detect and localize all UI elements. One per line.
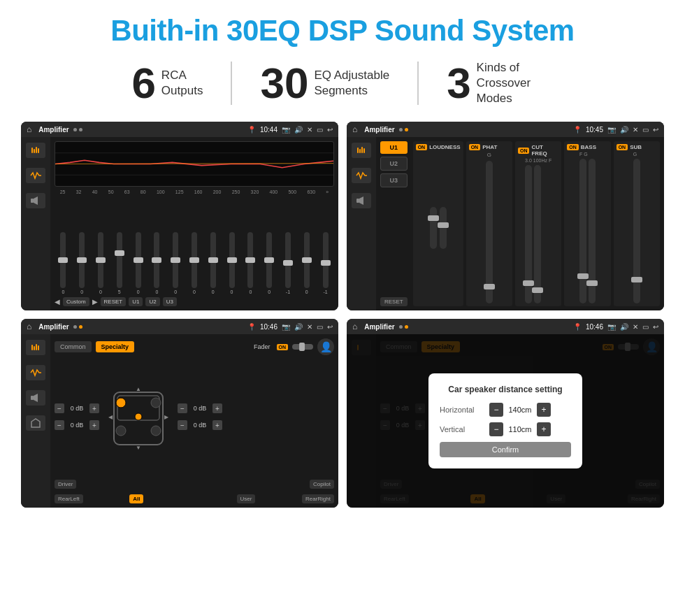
- fader-slider[interactable]: [292, 344, 313, 350]
- wave-icon[interactable]: [26, 168, 45, 183]
- slider-9[interactable]: 0: [204, 232, 222, 294]
- person-icon[interactable]: 👤: [317, 338, 334, 355]
- rearleft-btn[interactable]: RearLeft: [55, 494, 83, 503]
- copilot-btn[interactable]: Copilot: [310, 480, 334, 489]
- left-top-plus[interactable]: +: [89, 403, 99, 413]
- amp-wave-icon[interactable]: [352, 168, 371, 183]
- u3-btn[interactable]: U3: [380, 173, 408, 187]
- cross-volume-icon: 🔊: [294, 323, 303, 331]
- reset-button[interactable]: RESET: [101, 297, 127, 306]
- left-bottom-minus[interactable]: −: [55, 420, 64, 430]
- u3-button[interactable]: U3: [163, 297, 177, 306]
- horizontal-minus[interactable]: −: [489, 403, 503, 417]
- freq-50: 50: [108, 189, 114, 194]
- slider-11[interactable]: 0: [242, 232, 259, 294]
- svg-rect-20: [31, 396, 34, 400]
- svg-marker-5: [34, 196, 38, 205]
- slider-13[interactable]: -1: [280, 232, 297, 294]
- eq-sliders: 0 0 0 5 0 0 0 0 0 0 0 0 -1 0 -1: [55, 197, 334, 294]
- dlg-home-icon[interactable]: ⌂: [352, 322, 357, 331]
- rearright-btn[interactable]: RearRight: [302, 494, 334, 503]
- slider-7[interactable]: 0: [167, 232, 185, 294]
- left-bottom-plus[interactable]: +: [89, 420, 99, 430]
- svg-point-27: [116, 426, 126, 436]
- cross-wave-icon[interactable]: [26, 365, 45, 380]
- prev-button[interactable]: ◀: [55, 298, 60, 306]
- eq-bottom-bar: ◀ Custom ▶ RESET U1 U2 U3: [55, 297, 334, 306]
- next-button[interactable]: ▶: [92, 298, 98, 306]
- vertical-plus[interactable]: +: [537, 422, 551, 436]
- dlg-back-icon[interactable]: ↩: [653, 323, 658, 331]
- amp-eq-icon[interactable]: [352, 143, 371, 158]
- cross-sidebar: [21, 334, 50, 508]
- freq-400: 400: [270, 189, 278, 194]
- amp-speaker-icon[interactable]: [352, 193, 371, 208]
- fader-on-badge[interactable]: ON: [277, 344, 289, 350]
- slider-4[interactable]: 5: [110, 232, 128, 294]
- left-top-minus[interactable]: −: [55, 403, 64, 413]
- driver-btn[interactable]: Driver: [55, 480, 76, 489]
- loudness-panel: ONLOUDNESS: [413, 141, 463, 306]
- custom-button[interactable]: Custom: [63, 297, 89, 306]
- back-icon[interactable]: ↩: [327, 126, 333, 134]
- vertical-minus[interactable]: −: [489, 422, 503, 436]
- right-bottom-plus[interactable]: +: [212, 420, 222, 430]
- slider-5[interactable]: 0: [129, 232, 147, 294]
- slider-8[interactable]: 0: [186, 232, 203, 294]
- svg-marker-15: [359, 196, 363, 205]
- user-btn[interactable]: User: [237, 494, 256, 503]
- all-btn[interactable]: All: [129, 494, 143, 503]
- horizontal-plus[interactable]: +: [537, 403, 551, 417]
- amp-back-icon[interactable]: ↩: [653, 126, 658, 134]
- cross-speaker-icon[interactable]: [26, 390, 45, 406]
- cross-back-icon[interactable]: ↩: [327, 323, 333, 331]
- main-title: Buith-in 30EQ DSP Sound System: [21, 14, 664, 48]
- car-diagram: ▲ ▼ ◀ ▶: [103, 382, 173, 452]
- slider-3[interactable]: 0: [92, 232, 110, 294]
- specialty-tab[interactable]: Specialty: [96, 341, 135, 352]
- u1-btn[interactable]: U1: [380, 141, 408, 154]
- common-tab[interactable]: Common: [55, 341, 92, 352]
- slider-1[interactable]: 0: [55, 232, 72, 294]
- stat-crossover: 3 Kinds ofCrossover Modes: [419, 60, 581, 106]
- cross-eq-icon[interactable]: [26, 340, 45, 355]
- freq-40: 40: [92, 189, 98, 194]
- u1-button[interactable]: U1: [129, 297, 143, 306]
- u2-button[interactable]: U2: [145, 297, 159, 306]
- dialog-vertical-row: Vertical − 110cm +: [440, 422, 571, 436]
- home-icon[interactable]: ⌂: [27, 124, 31, 134]
- dialog-topbar: ⌂ Amplifier 📍 10:46 📷 🔊 ✕ ▭ ↩: [347, 319, 664, 334]
- svg-text:▶: ▶: [164, 414, 169, 420]
- cross-home-icon[interactable]: ⌂: [27, 322, 31, 331]
- right-top-minus[interactable]: −: [178, 403, 187, 413]
- location-icon: 📍: [247, 126, 256, 134]
- svg-rect-11: [359, 149, 361, 153]
- right-top-plus[interactable]: +: [212, 403, 222, 413]
- amp-reset[interactable]: RESET: [380, 297, 408, 306]
- slider-12[interactable]: 0: [261, 232, 278, 294]
- dlg-window-icon: ▭: [642, 323, 649, 331]
- dlg-volume-icon: 🔊: [620, 323, 628, 331]
- amp-content: U1 U2 U3 RESET ONLOUDNESS: [347, 137, 664, 310]
- window-icon: ▭: [317, 126, 323, 134]
- left-db-controls: − 0 dB + − 0 dB +: [55, 403, 99, 430]
- speaker-icon[interactable]: [26, 193, 45, 208]
- svg-rect-18: [36, 344, 37, 350]
- cross-status: [73, 325, 82, 329]
- right-bottom-minus[interactable]: −: [178, 420, 187, 430]
- slider-14[interactable]: 0: [298, 232, 315, 294]
- cross-topbar-title: Amplifier: [38, 323, 68, 331]
- slider-15[interactable]: -1: [317, 232, 334, 294]
- svg-marker-21: [34, 394, 38, 402]
- slider-6[interactable]: 0: [148, 232, 166, 294]
- confirm-button[interactable]: Confirm: [440, 442, 571, 457]
- amp-home-icon[interactable]: ⌂: [352, 124, 357, 134]
- cross-expand-icon[interactable]: [26, 415, 45, 431]
- svg-rect-13: [363, 148, 365, 153]
- slider-2[interactable]: 0: [73, 232, 91, 294]
- amp-topbar: ⌂ Amplifier 📍 10:45 📷 🔊 ✕ ▭ ↩: [347, 122, 664, 137]
- eq-icon[interactable]: [26, 143, 45, 158]
- u2-btn[interactable]: U2: [380, 157, 408, 171]
- slider-10[interactable]: 0: [223, 232, 240, 294]
- cross-dot2: [79, 325, 82, 329]
